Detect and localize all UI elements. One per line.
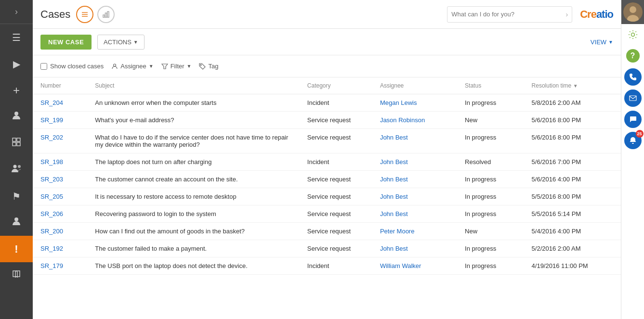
cell-subject: The customer failed to make a payment. [87, 240, 300, 257]
cell-category: Incident [300, 257, 372, 275]
notification-icon [629, 137, 637, 144]
cell-assignee: John Best [372, 240, 457, 257]
show-closed-cases-toggle[interactable]: Show closed cases [40, 63, 104, 70]
sidebar-item-add[interactable]: + [0, 77, 33, 103]
cell-resolution-time: 5/6/2016 8:00 PM [524, 129, 621, 153]
right-panel: ? 25 [621, 0, 644, 319]
sidebar-item-list[interactable] [0, 130, 33, 156]
email-btn[interactable] [621, 88, 644, 109]
cell-assignee: Peter Moore [372, 223, 457, 240]
view-button[interactable]: VIEW ▼ [591, 38, 613, 46]
col-header-resolution-time[interactable]: Resolution time ▼ [524, 77, 621, 94]
case-number-link[interactable]: SR_200 [40, 228, 63, 235]
case-number-link[interactable]: SR_204 [40, 99, 63, 106]
case-number-link[interactable]: SR_203 [40, 176, 63, 183]
case-number-link[interactable]: SR_198 [40, 158, 63, 166]
case-number-link[interactable]: SR_192 [40, 245, 63, 252]
hamburger-icon: ☰ [12, 32, 21, 43]
cell-subject: It is necessary to restore access to rem… [87, 188, 300, 205]
actions-chevron-icon: ▼ [133, 39, 138, 45]
cell-category: Service request [300, 240, 372, 257]
sidebar-item-user[interactable] [0, 209, 33, 236]
assignee-link[interactable]: Megan Lewis [380, 99, 417, 106]
person-filter-icon [111, 63, 118, 70]
phone-btn[interactable] [621, 66, 644, 88]
cell-subject: The laptop does not turn on after chargi… [87, 153, 300, 171]
chat-btn[interactable] [621, 109, 644, 130]
filter-btn[interactable]: Filter ▼ [161, 63, 192, 70]
tag-btn[interactable]: Tag [199, 63, 218, 70]
avatar [623, 2, 643, 22]
sidebar-item-team[interactable] [0, 156, 33, 183]
table-row: SR_198 The laptop does not turn on after… [33, 153, 621, 171]
sidebar-item-person[interactable] [0, 103, 33, 130]
book-icon [12, 269, 21, 281]
email-icon [629, 94, 637, 102]
cell-status: New [457, 223, 524, 240]
cell-subject: Recovering password to login to the syst… [87, 205, 300, 223]
svg-marker-15 [162, 64, 168, 69]
chat-icon-circle [624, 111, 642, 128]
sidebar-item-play[interactable]: ▶ [0, 51, 33, 77]
user-avatar-container[interactable] [621, 0, 644, 24]
chat-icon [629, 115, 637, 123]
assignee-filter-btn[interactable]: Assignee ▼ [111, 63, 153, 70]
assignee-link[interactable]: John Best [380, 158, 408, 166]
case-number-link[interactable]: SR_206 [40, 210, 63, 217]
assignee-link[interactable]: John Best [380, 134, 408, 141]
svg-rect-2 [17, 138, 20, 141]
assignee-link[interactable]: John Best [380, 193, 408, 200]
cell-subject: What's your e-mail address? [87, 112, 300, 129]
cell-status: New [457, 112, 524, 129]
search-input[interactable] [451, 11, 565, 18]
help-btn[interactable]: ? [621, 45, 644, 66]
cell-category: Service request [300, 129, 372, 153]
cell-subject: The customer cannot create an account on… [87, 171, 300, 188]
cell-assignee: William Walker [372, 257, 457, 275]
cell-number: SR_203 [33, 171, 87, 188]
view-label: VIEW [591, 38, 606, 46]
show-closed-label: Show closed cases [50, 63, 104, 70]
cell-number: SR_200 [33, 223, 87, 240]
cell-resolution-time: 5/8/2016 2:00 AM [524, 94, 621, 112]
cell-subject: How can I find out the amount of goods i… [87, 223, 300, 240]
cell-resolution-time: 5/6/2016 8:00 PM [524, 112, 621, 129]
assignee-link[interactable]: Peter Moore [380, 228, 415, 235]
assignee-link[interactable]: John Best [380, 245, 408, 252]
case-number-link[interactable]: SR_199 [40, 116, 63, 124]
table-row: SR_202 What do I have to do if the servi… [33, 129, 621, 153]
header: Cases › Creatio [33, 0, 621, 29]
show-closed-checkbox[interactable] [40, 63, 47, 70]
assignee-link[interactable]: John Best [380, 176, 408, 183]
cell-resolution-time: 5/6/2016 7:00 PM [524, 153, 621, 171]
case-number-link[interactable]: SR_179 [40, 262, 63, 269]
cell-status: In progress [457, 257, 524, 275]
svg-point-7 [14, 217, 18, 221]
notification-btn[interactable]: 25 [621, 130, 644, 151]
cell-status: In progress [457, 129, 524, 153]
assignee-link[interactable]: John Best [380, 210, 408, 217]
sidebar-item-alert[interactable]: ! [0, 236, 33, 262]
sidebar-item-menu[interactable]: ☰ [0, 24, 33, 51]
new-case-button[interactable]: NEW CASE [40, 35, 92, 50]
assignee-link[interactable]: William Walker [380, 262, 421, 269]
chart-view-btn[interactable] [97, 6, 115, 23]
settings-btn[interactable] [621, 24, 644, 45]
notification-badge: 25 [636, 130, 644, 138]
case-number-link[interactable]: SR_202 [40, 134, 63, 141]
col-header-status: Status [457, 77, 524, 94]
assignee-link[interactable]: Jason Robinson [380, 116, 425, 124]
cell-assignee: John Best [372, 188, 457, 205]
list-view-btn[interactable] [76, 6, 93, 23]
sidebar-item-book[interactable] [0, 262, 33, 289]
svg-rect-13 [107, 12, 109, 17]
sort-arrow-icon: ▼ [573, 83, 578, 89]
cell-resolution-time: 5/2/2016 2:00 AM [524, 240, 621, 257]
sidebar-item-flag[interactable]: ⚑ [0, 183, 33, 209]
case-number-link[interactable]: SR_205 [40, 193, 63, 200]
search-bar[interactable]: › [447, 6, 572, 23]
sidebar-expand-btn[interactable]: › [0, 0, 33, 24]
avatar-image [623, 2, 643, 22]
actions-button[interactable]: ACTIONS ▼ [97, 35, 145, 50]
help-icon: ? [626, 49, 640, 63]
